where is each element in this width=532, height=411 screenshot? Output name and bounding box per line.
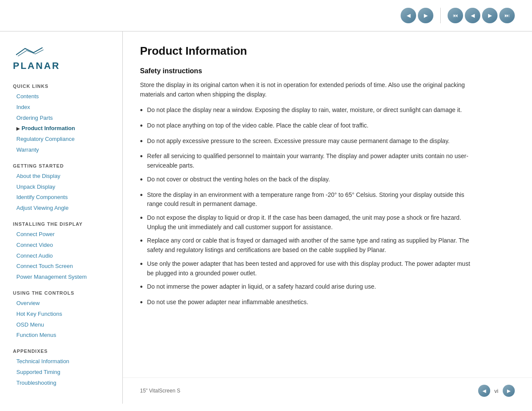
bullet-item-10: Do not use the power adapter near inflam… bbox=[140, 298, 476, 309]
sidebar-item-label: Connect Touch Screen bbox=[16, 262, 73, 271]
sidebar-item-label: Index bbox=[16, 103, 30, 112]
bullet-item-0: Do not place the display near a window. … bbox=[140, 106, 476, 117]
nav-next-button[interactable]: ▶ bbox=[418, 8, 433, 23]
sidebar-link-2-0[interactable]: Connect Power bbox=[13, 229, 114, 240]
sidebar-item-label: Product Information bbox=[22, 124, 75, 133]
sidebar-section-title-4: APPENDIXES bbox=[13, 349, 114, 354]
nav-extended-group: ⏮ ◀ ▶ ⏭ bbox=[448, 8, 515, 23]
sidebar-link-2-3[interactable]: Connect Touch Screen bbox=[13, 261, 114, 272]
footer-prev-button[interactable]: ◀ bbox=[478, 385, 490, 397]
sidebar-link-3-0[interactable]: Overview bbox=[13, 298, 114, 309]
sidebar-link-0-5[interactable]: Warranty bbox=[13, 145, 114, 156]
sidebar-item-label: Connect Video bbox=[16, 241, 53, 250]
sidebar-logo: PLANAR bbox=[13, 44, 114, 72]
nav-prev-next-group: ◀ ▶ bbox=[401, 8, 433, 23]
main-layout: PLANAR QUICK LINKSContentsIndexOrdering … bbox=[0, 31, 532, 404]
sidebar-link-3-1[interactable]: Hot Key Functions bbox=[13, 309, 114, 320]
sidebar-link-3-2[interactable]: OSD Menu bbox=[13, 320, 114, 330]
sidebar-section-title-3: USING THE CONTROLS bbox=[13, 290, 114, 296]
footer-page-nav: ◀ vi ▶ bbox=[478, 385, 515, 397]
sidebar-link-0-3[interactable]: ▶ Product Information bbox=[13, 123, 114, 134]
sidebar-section-title-2: INSTALLING THE DISPLAY bbox=[13, 221, 114, 227]
planar-logo: PLANAR bbox=[13, 44, 114, 72]
sidebar-item-label: Overview bbox=[16, 299, 40, 308]
nav-prev-button[interactable]: ◀ bbox=[401, 8, 416, 23]
sidebar-link-4-0[interactable]: Technical Information bbox=[13, 356, 114, 367]
sidebar-item-label: Supported Timing bbox=[16, 368, 60, 377]
footer-next-button[interactable]: ▶ bbox=[503, 385, 515, 397]
bullet-item-6: Do not expose the display to liquid or d… bbox=[140, 213, 476, 232]
safety-bullet-list: Do not place the display near a window. … bbox=[140, 106, 510, 309]
section-title: Safety instructions bbox=[140, 67, 510, 75]
bullet-item-8: Use only the power adapter that has been… bbox=[140, 259, 476, 278]
footer-product-name: 15" VitalScreen S bbox=[140, 388, 180, 394]
bullet-item-2: Do not apply excessive pressure to the s… bbox=[140, 137, 476, 148]
sidebar-item-label: Warranty bbox=[16, 146, 39, 155]
sidebar-section-title-0: QUICK LINKS bbox=[13, 84, 114, 89]
nav-last-button[interactable]: ⏭ bbox=[499, 8, 515, 23]
sidebar-item-label: Adjust Viewing Angle bbox=[16, 204, 68, 213]
sidebar-item-label: About the Display bbox=[16, 172, 60, 181]
sidebar-item-label: Troubleshooting bbox=[16, 379, 56, 388]
bullet-item-3: Refer all servicing to qualified personn… bbox=[140, 152, 476, 170]
sidebar-link-4-1[interactable]: Supported Timing bbox=[13, 367, 114, 378]
sidebar-link-2-1[interactable]: Connect Video bbox=[13, 240, 114, 251]
intro-paragraph: Store the display in its original carton… bbox=[140, 80, 476, 100]
sidebar-link-1-0[interactable]: About the Display bbox=[13, 171, 114, 182]
sidebar-link-0-2[interactable]: Ordering Parts bbox=[13, 113, 114, 124]
bullet-item-7: Replace any cord or cable that is frayed… bbox=[140, 236, 476, 255]
sidebar-item-label: Power Management System bbox=[16, 273, 87, 282]
sidebar-link-0-1[interactable]: Index bbox=[13, 102, 114, 113]
nav-divider bbox=[440, 8, 441, 23]
nav-first-button[interactable]: ⏮ bbox=[448, 8, 463, 23]
sidebar: PLANAR QUICK LINKSContentsIndexOrdering … bbox=[0, 31, 123, 404]
sidebar-link-1-2[interactable]: Identify Components bbox=[13, 192, 114, 203]
bullet-item-4: Do not cover or obstruct the venting hol… bbox=[140, 175, 476, 186]
sidebar-item-label: Hot Key Functions bbox=[16, 310, 62, 319]
bullet-item-1: Do not place anything on top of the vide… bbox=[140, 121, 476, 132]
page-title: Product Information bbox=[140, 44, 510, 58]
sidebar-item-label: Contents bbox=[16, 92, 39, 101]
sidebar-item-label: Connect Power bbox=[16, 230, 55, 239]
sidebar-item-label: OSD Menu bbox=[16, 321, 44, 330]
planar-logo-icon bbox=[13, 44, 47, 59]
logo-text-label: PLANAR bbox=[13, 60, 60, 72]
bullet-item-5: Store the display in an environment with… bbox=[140, 190, 476, 209]
sidebar-link-2-4[interactable]: Power Management System bbox=[13, 272, 114, 283]
sidebar-item-label: Technical Information bbox=[16, 357, 69, 366]
sidebar-link-2-2[interactable]: Connect Audio bbox=[13, 251, 114, 262]
sidebar-item-label: Regulatory Compliance bbox=[16, 135, 75, 144]
bullet-item-9: Do not immerse the power adapter in liqu… bbox=[140, 282, 476, 293]
sidebar-item-label: Function Menus bbox=[16, 331, 56, 340]
sidebar-link-3-3[interactable]: Function Menus bbox=[13, 330, 114, 341]
nav-next2-button[interactable]: ▶ bbox=[482, 8, 498, 23]
footer-page-number: vi bbox=[495, 388, 498, 394]
sidebar-link-1-1[interactable]: Unpack Display bbox=[13, 182, 114, 193]
sidebar-item-label: Connect Audio bbox=[16, 252, 53, 261]
top-nav-bar: ◀ ▶ ⏮ ◀ ▶ ⏭ bbox=[0, 0, 532, 31]
sidebar-item-label: Identify Components bbox=[16, 193, 68, 202]
sidebar-link-4-2[interactable]: Troubleshooting bbox=[13, 378, 114, 389]
sidebar-item-label: Ordering Parts bbox=[16, 114, 53, 123]
content-footer: 15" VitalScreen S ◀ vi ▶ bbox=[123, 377, 532, 404]
nav-prev2-button[interactable]: ◀ bbox=[465, 8, 480, 23]
sidebar-arrow-icon: ▶ bbox=[16, 125, 20, 132]
sidebar-link-0-0[interactable]: Contents bbox=[13, 91, 114, 102]
sidebar-item-label: Unpack Display bbox=[16, 183, 55, 192]
sidebar-section-title-1: GETTING STARTED bbox=[13, 163, 114, 168]
sidebar-link-0-4[interactable]: Regulatory Compliance bbox=[13, 134, 114, 145]
sidebar-link-1-3[interactable]: Adjust Viewing Angle bbox=[13, 203, 114, 214]
sidebar-sections-container: QUICK LINKSContentsIndexOrdering Parts▶ … bbox=[13, 84, 114, 389]
content-area: Product Information Safety instructions … bbox=[123, 31, 532, 404]
